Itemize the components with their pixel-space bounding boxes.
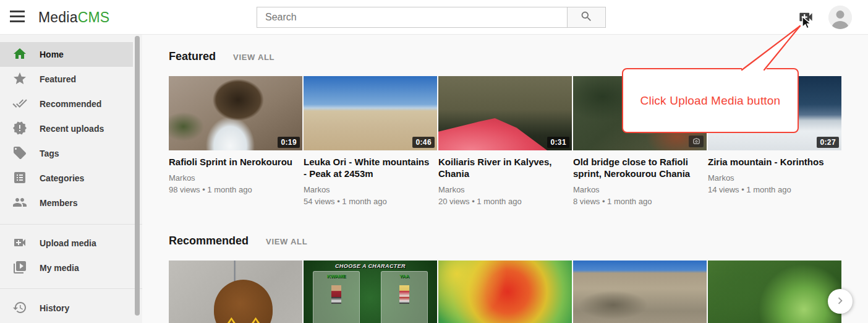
duration-badge: 0:46 (412, 137, 435, 148)
media-title[interactable]: Leuka Ori - White mountains - Peak at 24… (304, 157, 437, 180)
logo-cms: CMS (78, 9, 110, 26)
done-all-icon (12, 96, 27, 113)
logo-media: Media (38, 9, 78, 26)
video-thumbnail[interactable] (438, 261, 572, 323)
media-title[interactable]: Rafioli Sprint in Nerokourou (169, 157, 302, 168)
media-meta: 8 views • 1 month ago (573, 197, 707, 206)
recommended-row: CHOOSE A CHARACTER KWAME YAA Selected Se… (169, 261, 868, 323)
callout-text: Click Upload Media button (640, 94, 781, 108)
sidebar-divider (0, 288, 142, 289)
mouse-cursor (802, 16, 812, 33)
media-card[interactable] (169, 261, 302, 323)
character-panel: YAA (381, 271, 428, 323)
featured-view-all-link[interactable]: VIEW ALL (233, 53, 274, 62)
sidebar-item-label: Recent uploads (40, 124, 104, 134)
media-author[interactable]: Markos (169, 173, 302, 183)
media-author[interactable]: Markos (304, 185, 437, 194)
section-title-featured: Featured (169, 50, 216, 63)
search-bar (257, 7, 606, 28)
media-author[interactable]: Markos (708, 173, 841, 183)
recommended-view-all-link[interactable]: VIEW ALL (266, 237, 307, 246)
chevron-right-icon (833, 294, 847, 309)
pumpkin-shape (214, 280, 273, 323)
avatar[interactable] (828, 6, 852, 29)
sidebar-item-label: Categories (40, 173, 84, 183)
media-title[interactable]: Old bridge close to Rafioli sprint, Nero… (573, 157, 707, 180)
categories-icon (12, 170, 27, 187)
tag-icon (12, 145, 27, 162)
video-thumbnail[interactable]: 0:46 (304, 76, 437, 150)
sidebar-divider (0, 224, 142, 225)
media-card[interactable] (708, 261, 841, 323)
sidebar-item-categories[interactable]: Categories (0, 166, 133, 191)
sidebar-item-tags[interactable]: Tags (0, 141, 133, 166)
sidebar: Home Featured Recommended Recent uploads… (0, 35, 142, 323)
sidebar-item-label: My media (40, 263, 79, 273)
duration-badge: 0:31 (547, 137, 569, 148)
sidebar-item-recommended[interactable]: Recommended (0, 92, 133, 116)
recommended-section: Recommended VIEW ALL CHOOSE A CHARACTER … (169, 235, 868, 323)
sidebar-item-featured[interactable]: Featured (0, 67, 133, 92)
new-releases-icon (12, 121, 27, 137)
video-library-icon (12, 260, 27, 277)
logo[interactable]: MediaCMS (38, 0, 109, 35)
camera-icon (689, 136, 704, 147)
character-sprite (399, 285, 409, 304)
sidebar-item-my-media[interactable]: My media (0, 256, 133, 280)
media-author[interactable]: Markos (573, 185, 707, 194)
sidebar-item-label: History (40, 303, 69, 313)
media-meta: 54 views • 1 month ago (304, 197, 437, 206)
sidebar-item-label: Members (40, 198, 77, 208)
sidebar-item-recent-uploads[interactable]: Recent uploads (0, 116, 133, 141)
sidebar-item-label: Upload media (40, 238, 96, 248)
hamburger-menu-icon[interactable] (9, 11, 25, 24)
star-icon (12, 71, 27, 88)
search-icon (580, 10, 593, 25)
top-bar: MediaCMS (0, 0, 868, 35)
character-sprite (331, 285, 341, 304)
media-card[interactable]: 0:19 Rafioli Sprint in Nerokourou Markos… (169, 76, 302, 206)
sidebar-item-label: Featured (40, 74, 76, 84)
thumbnail-overlay-text: CHOOSE A CHARACTER (304, 263, 437, 269)
media-card[interactable] (573, 261, 707, 323)
search-input[interactable] (257, 7, 567, 28)
media-meta: 20 views • 1 month ago (438, 197, 572, 206)
duration-badge: 0:27 (817, 137, 839, 148)
sidebar-item-home[interactable]: Home (0, 42, 133, 67)
members-icon (12, 195, 27, 212)
tutorial-callout: Click Upload Media button (622, 68, 799, 133)
media-card[interactable]: 0:46 Leuka Ori - White mountains - Peak … (304, 76, 437, 206)
media-author[interactable]: Markos (438, 185, 572, 194)
media-title[interactable]: Koiliaris River in Kalyves, Chania (438, 157, 572, 180)
sidebar-item-members[interactable]: Members (0, 191, 133, 215)
media-card[interactable]: 0:31 Koiliaris River in Kalyves, Chania … (438, 76, 572, 206)
sidebar-item-history[interactable]: History (0, 296, 133, 321)
sidebar-item-upload-media[interactable]: Upload media (0, 231, 133, 256)
video-thumbnail[interactable]: 0:31 (438, 76, 572, 150)
duration-badge: 0:19 (278, 137, 300, 148)
sidebar-item-label: Tags (40, 149, 59, 158)
sidebar-item-label: Home (40, 50, 64, 59)
media-meta: 14 views • 1 month ago (708, 185, 841, 194)
media-meta: 98 views • 1 month ago (169, 185, 302, 194)
search-button[interactable] (567, 7, 606, 28)
history-icon (12, 300, 27, 317)
character-panel: KWAME (313, 271, 360, 323)
home-icon (12, 46, 27, 63)
media-title[interactable]: Ziria mountain - Korinthos (708, 157, 841, 168)
sidebar-scrollbar[interactable] (135, 36, 140, 316)
upload-media-icon (12, 235, 27, 252)
video-thumbnail[interactable]: 0:19 (169, 76, 302, 150)
section-title-recommended: Recommended (169, 235, 249, 248)
sidebar-item-label: Recommended (40, 99, 101, 109)
video-thumbnail[interactable] (169, 261, 302, 323)
media-card[interactable]: CHOOSE A CHARACTER KWAME YAA Selected Se… (304, 261, 437, 323)
carousel-next-button[interactable] (828, 289, 853, 314)
kayak-shape (438, 118, 547, 150)
media-card[interactable] (438, 261, 572, 323)
video-thumbnail[interactable]: CHOOSE A CHARACTER KWAME YAA Selected Se… (304, 261, 437, 323)
video-thumbnail[interactable] (708, 261, 841, 323)
video-thumbnail[interactable] (573, 261, 707, 323)
